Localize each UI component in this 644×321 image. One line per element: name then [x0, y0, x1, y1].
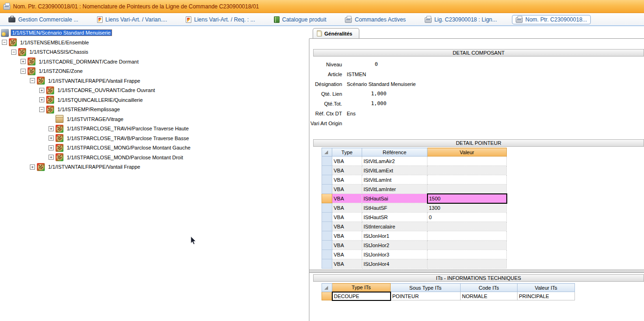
row-header-cell[interactable] [322, 157, 332, 166]
its-cell[interactable]: POINTEUR [391, 292, 461, 300]
row-header-cell[interactable] [322, 250, 332, 259]
tab-generalites[interactable]: Généralités [313, 28, 359, 38]
its-cell[interactable]: NORMALE [461, 292, 518, 300]
tree-item[interactable]: +1/1/ISTPARCLOSE_TRAVB/Parclose Traverse… [0, 134, 308, 143]
tree-item[interactable]: +1/1/ISTPARCLOSE_MONG/Parclose Montant G… [0, 143, 308, 153]
cell-type[interactable]: VBA [332, 222, 362, 231]
tree-item[interactable]: 1/1/ISTMEN/Scénario Standard Menuiserie [0, 28, 308, 38]
column-header-valeur-its[interactable]: Valeur ITs [518, 284, 575, 292]
cell-reference[interactable]: IStJonHor2 [362, 241, 427, 250]
cell-valeur[interactable]: 0 [427, 213, 507, 222]
cell-reference[interactable]: IStVitLamInter [362, 185, 427, 194]
cell-type[interactable]: VBA [332, 166, 362, 175]
tree-item-label: 1/1/ISTVANTAILFRAPPE/Vantail Frappe [47, 164, 141, 170]
cell-reference[interactable]: IStJonHor1 [362, 231, 427, 241]
document-tab-6[interactable]: Nom. Ptr. C230900018... [512, 15, 591, 24]
tree-item[interactable]: +1/1/ISTCADRE_OUVRANT/Cadre Ouvrant [0, 86, 308, 95]
document-tab-2[interactable]: Liens Vari-Art. / Req. : ... [182, 15, 259, 24]
row-header-cell[interactable] [322, 222, 332, 231]
cell-type[interactable]: VBA [332, 185, 362, 194]
cell-reference[interactable]: IStHautSF [362, 203, 427, 213]
cell-reference[interactable]: IStVitLamExt [362, 166, 427, 175]
cell-valeur[interactable] [427, 250, 507, 259]
cell-type[interactable]: VBA [332, 213, 362, 222]
tree-item[interactable]: +1/1/ISTPARCLOSE_TRAVH/Parclose Traverse… [0, 124, 308, 134]
cell-type[interactable]: VBA [332, 175, 362, 185]
collapse-minus-icon[interactable]: − [39, 107, 44, 112]
cell-type[interactable]: VBA [332, 259, 362, 269]
collapse-minus-icon[interactable]: − [30, 78, 35, 83]
expand-plus-icon[interactable]: + [21, 59, 26, 64]
expand-plus-icon[interactable]: + [49, 145, 54, 150]
row-header-cell[interactable] [322, 213, 332, 222]
tree-item[interactable]: −1/1/ISTZONE/Zone [0, 66, 308, 76]
cell-reference[interactable]: IStJonHor4 [362, 259, 427, 269]
expand-plus-icon[interactable]: + [49, 155, 54, 160]
cell-valeur[interactable] [427, 222, 507, 231]
its-cell[interactable]: PRINCIPALE [518, 292, 575, 300]
column-header-référence[interactable]: Référence [362, 148, 427, 157]
grid-corner-cell[interactable] [322, 148, 332, 157]
grid-corner-cell[interactable] [322, 284, 332, 292]
expand-plus-icon[interactable]: + [39, 88, 44, 93]
row-header-cell[interactable] [322, 185, 332, 194]
column-header-type-its[interactable]: Type ITs [332, 284, 391, 292]
tree-item[interactable]: +1/1/ISTPARCLOSE_MOND/Parclose Montant D… [0, 153, 308, 163]
expand-plus-icon[interactable]: + [49, 126, 54, 131]
tree-item[interactable]: −1/1/ISTVANTAILFRAPPE/Vantail Frappe [0, 76, 308, 86]
column-header-code-its[interactable]: Code ITs [461, 284, 518, 292]
row-header-cell[interactable] [322, 194, 332, 203]
row-header-cell[interactable] [322, 259, 332, 269]
row-header-cell[interactable] [322, 203, 332, 213]
cell-type[interactable]: VBA [332, 231, 362, 241]
row-header-cell[interactable] [322, 241, 332, 250]
cell-valeur[interactable] [427, 175, 507, 185]
cell-valeur[interactable]: 1300 [427, 203, 507, 213]
row-header-cell[interactable] [322, 166, 332, 175]
row-header-cell[interactable] [322, 292, 332, 300]
document-tab-0[interactable]: Gestion Commerciale ... [5, 15, 82, 24]
cell-valeur[interactable] [427, 157, 507, 166]
tree-item[interactable]: +1/1/ISTVANTAILFRAPPE/Vantail Frappe [0, 162, 308, 172]
collapse-minus-icon[interactable]: − [11, 50, 16, 55]
its-cell[interactable]: DECOUPE [332, 292, 391, 300]
collapse-minus-icon[interactable]: − [21, 69, 26, 74]
expand-plus-icon[interactable]: + [49, 136, 54, 141]
column-header-valeur[interactable]: Valeur [427, 148, 507, 157]
cell-reference[interactable]: IStVitLamAir2 [362, 157, 427, 166]
document-tab-1[interactable]: Liens Vari-Art. / Varian.... [93, 15, 171, 24]
cell-type[interactable]: VBA [332, 157, 362, 166]
tree-item[interactable]: −1/1/ISTENSEMBLE/Ensemble [0, 38, 308, 48]
cell-valeur[interactable] [427, 185, 507, 194]
section-splitter[interactable] [309, 270, 644, 273]
cell-type[interactable]: VBA [332, 250, 362, 259]
cell-valeur-editing[interactable]: 1500 [427, 194, 507, 203]
document-tab-5[interactable]: Lig. C230900018 : Lign... [421, 15, 501, 24]
expand-plus-icon[interactable]: + [30, 164, 35, 170]
cell-type[interactable]: VBA [332, 241, 362, 250]
cell-type[interactable]: VBA [332, 194, 362, 203]
collapse-minus-icon[interactable]: − [2, 40, 7, 45]
cell-valeur[interactable] [427, 231, 507, 241]
column-header-sous-type-its[interactable]: Sous Type ITs [391, 284, 461, 292]
tree-item[interactable]: −1/1/ISTCHASSIS/Chassis [0, 47, 308, 57]
tree-item[interactable]: +1/1/ISTQUINCAILLERIE/Quincaillerie [0, 95, 308, 105]
tree-item[interactable]: −1/1/ISTREMP/Remplissage [0, 105, 308, 114]
tree-item[interactable]: 1/1/ISTVITRAGE/Vitrage [0, 114, 308, 124]
cell-valeur[interactable] [427, 166, 507, 175]
document-tab-3[interactable]: Catalogue produit [270, 15, 330, 24]
document-tab-4[interactable]: Commandes Actives [341, 15, 409, 24]
expand-plus-icon[interactable]: + [39, 97, 44, 102]
tree-item[interactable]: +1/1/ISTCADRE_DORMANT/Cadre Dormant [0, 57, 308, 67]
column-header-type[interactable]: Type [332, 148, 362, 157]
cell-reference[interactable]: IStHautSai [362, 194, 427, 203]
row-header-cell[interactable] [322, 175, 332, 185]
cell-type[interactable]: VBA [332, 203, 362, 213]
cell-reference[interactable]: IStHautSR [362, 213, 427, 222]
cell-valeur[interactable] [427, 259, 507, 269]
cell-reference[interactable]: IStJonHor3 [362, 250, 427, 259]
cell-reference[interactable]: IStIntercalaire [362, 222, 427, 231]
row-header-cell[interactable] [322, 231, 332, 241]
cell-valeur[interactable] [427, 241, 507, 250]
cell-reference[interactable]: IStVitLamInt [362, 175, 427, 185]
